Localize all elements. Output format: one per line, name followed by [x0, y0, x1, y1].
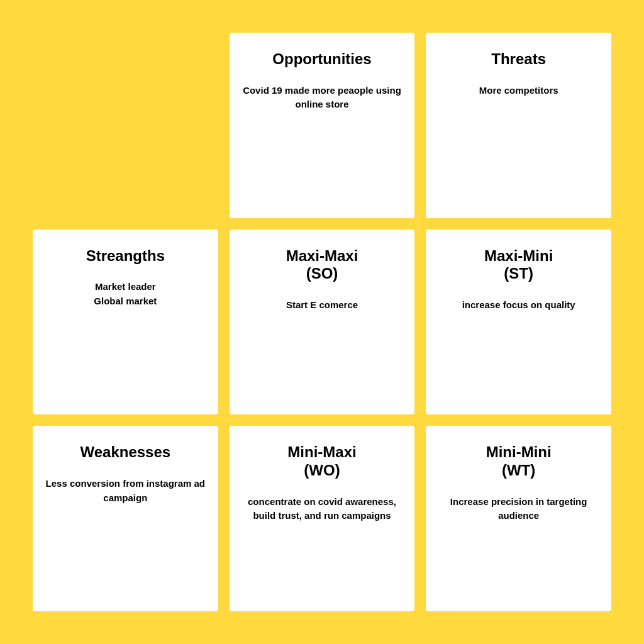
opportunities-cell: Opportunities Covid 19 made more peaople… — [230, 33, 415, 218]
maxi-maxi-content: Start E comerce — [286, 298, 358, 313]
mini-maxi-cell: Mini-Maxi(WO) concentrate on covid aware… — [230, 426, 415, 611]
mini-mini-content: Increase precision in targeting audience — [438, 495, 599, 523]
empty-cell — [33, 33, 218, 218]
mini-maxi-title: Mini-Maxi(WO) — [287, 443, 356, 480]
mini-mini-title: Mini-Mini(WT) — [486, 443, 552, 480]
mini-mini-cell: Mini-Mini(WT) Increase precision in targ… — [426, 426, 611, 611]
strengths-cell: Streangths Market leaderGlobal market — [33, 230, 218, 415]
maxi-maxi-cell: Maxi-Maxi(SO) Start E comerce — [230, 230, 415, 415]
maxi-mini-title: Maxi-Mini(ST) — [484, 247, 553, 284]
threats-cell: Threats More competitors — [426, 33, 611, 218]
weaknesses-content: Less conversion from instagram ad campai… — [45, 477, 206, 505]
strengths-content: Market leaderGlobal market — [94, 280, 157, 308]
threats-content: More competitors — [479, 84, 558, 98]
threats-title: Threats — [491, 50, 546, 69]
opportunities-content: Covid 19 made more peaople using online … — [242, 84, 402, 112]
maxi-maxi-title: Maxi-Maxi(SO) — [286, 247, 358, 284]
weaknesses-title: Weaknesses — [80, 443, 170, 462]
swot-grid: Opportunities Covid 19 made more peaople… — [20, 20, 624, 624]
mini-maxi-content: concentrate on covid awareness, build tr… — [242, 495, 402, 523]
maxi-mini-cell: Maxi-Mini(ST) increase focus on quality — [426, 230, 611, 415]
strengths-title: Streangths — [86, 247, 165, 265]
opportunities-title: Opportunities — [272, 50, 371, 69]
maxi-mini-content: increase focus on quality — [462, 298, 575, 313]
weaknesses-cell: Weaknesses Less conversion from instagra… — [33, 426, 218, 611]
